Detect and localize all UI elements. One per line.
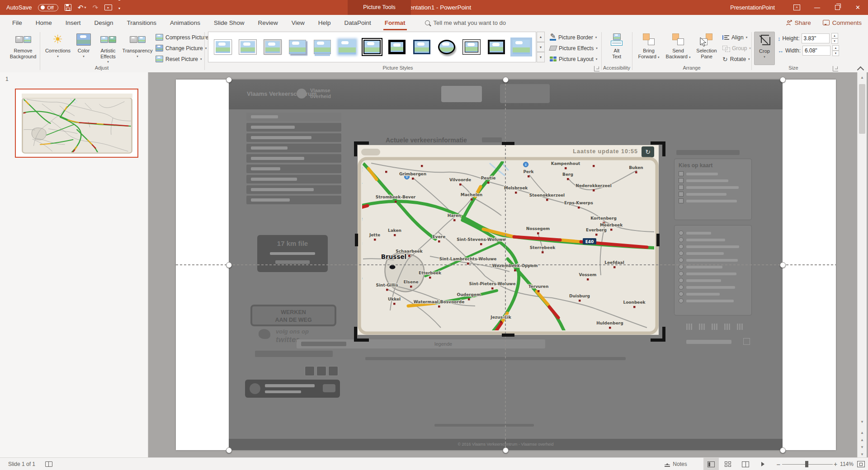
- gallery-more-button[interactable]: ▼: [537, 52, 545, 62]
- map-filter-checkbox-row[interactable]: [679, 185, 747, 190]
- compress-pictures-button[interactable]: Compress Pictures: [156, 33, 211, 42]
- scroll-up-button[interactable]: ▲: [859, 74, 866, 81]
- comments-button[interactable]: Comments: [823, 19, 862, 26]
- picture-style-reflected-rounded-rectangle[interactable]: [310, 33, 335, 61]
- radio-button[interactable]: [679, 285, 684, 290]
- radio-button[interactable]: [679, 298, 684, 303]
- resize-handle-bottom-center[interactable]: [503, 447, 509, 453]
- checkbox[interactable]: [679, 171, 684, 176]
- artistic-effects-button[interactable]: Artistic Effects ▾: [95, 32, 121, 64]
- accessibility-checker-icon[interactable]: [45, 461, 52, 467]
- tab-file[interactable]: File: [5, 15, 29, 30]
- align-button[interactable]: Align▾: [722, 33, 747, 42]
- crop-handle-top-right[interactable]: [651, 141, 665, 156]
- scroll-down-button[interactable]: ▼: [859, 418, 866, 426]
- tab-transitions[interactable]: Transitions: [120, 15, 164, 30]
- height-input[interactable]: [802, 33, 830, 43]
- resize-handle-top-center[interactable]: [503, 77, 509, 83]
- picture-border-button[interactable]: ✎Picture Border▾: [550, 33, 597, 42]
- tab-home[interactable]: Home: [29, 15, 59, 30]
- crop-handle-bottom-right[interactable]: [651, 327, 665, 342]
- share-button[interactable]: Share: [786, 19, 811, 26]
- picture-style-simple-frame-white[interactable]: [210, 33, 235, 61]
- resize-handle-middle-right[interactable]: [780, 262, 786, 268]
- region-radio-row[interactable]: [679, 244, 747, 249]
- region-radio-row[interactable]: [679, 285, 747, 290]
- picture-style-thick-frame-black[interactable]: [384, 33, 409, 61]
- close-button[interactable]: ✕: [848, 0, 868, 15]
- radio-button[interactable]: [679, 251, 684, 256]
- radio-button[interactable]: [679, 230, 684, 235]
- picture-style-drop-shadow-rectangle[interactable]: [285, 33, 310, 61]
- radio-button[interactable]: [679, 244, 684, 249]
- region-radio-row[interactable]: [679, 278, 747, 283]
- tab-help[interactable]: Help: [311, 15, 338, 30]
- zoom-out-button[interactable]: −: [774, 458, 783, 470]
- change-picture-button[interactable]: Change Picture▾: [156, 43, 207, 53]
- crop-region[interactable]: Laatste update 10:55 ↻ E40iiGrimbergenVi…: [358, 145, 659, 335]
- resize-handle-middle-left[interactable]: [226, 262, 232, 268]
- fit-to-window-button[interactable]: [855, 458, 866, 470]
- height-spinner[interactable]: ▲▼: [831, 33, 838, 44]
- zoom-level[interactable]: 114%: [838, 458, 855, 470]
- crop-button[interactable]: Crop ▾: [754, 32, 775, 65]
- tell-me-search[interactable]: Tell me what you want to do: [425, 15, 506, 30]
- normal-view-button[interactable]: [703, 458, 719, 470]
- map-filter-checkbox-row[interactable]: [679, 198, 747, 203]
- bring-forward-button[interactable]: Bring Forward ▾: [635, 32, 663, 64]
- vertical-scrollbar[interactable]: ▲ ▼ ▲▲ ▼▼: [857, 72, 867, 457]
- slideshow-button[interactable]: [755, 458, 770, 470]
- picture-style-beveled-matte-white[interactable]: [235, 33, 260, 61]
- slide-thumbnail[interactable]: [15, 89, 138, 158]
- zoom-slider-thumb[interactable]: [805, 461, 808, 467]
- restore-button[interactable]: [827, 0, 848, 15]
- picture-style-metal-oval[interactable]: [434, 33, 459, 61]
- resize-handle-top-left[interactable]: [226, 77, 232, 83]
- checkbox[interactable]: [679, 192, 684, 197]
- radio-button[interactable]: [679, 291, 684, 296]
- start-from-beginning-button[interactable]: ▸: [104, 5, 112, 10]
- picture-style-compound-frame-black[interactable]: [459, 33, 484, 61]
- crop-handle-top-left[interactable]: [354, 141, 369, 156]
- picture-styles-dialog-launcher[interactable]: [594, 66, 599, 71]
- tab-view[interactable]: View: [285, 15, 311, 30]
- picture-layout-button[interactable]: Picture Layout▾: [550, 54, 597, 64]
- save-button[interactable]: [65, 4, 71, 11]
- region-radio-row[interactable]: [679, 237, 747, 242]
- tab-datapoint[interactable]: DataPoint: [338, 15, 378, 30]
- horizontal-guide[interactable]: [176, 264, 836, 265]
- next-slide-button[interactable]: ▼▼: [859, 444, 866, 451]
- customize-qat-button[interactable]: ▾: [118, 0, 120, 16]
- region-radio-row[interactable]: [679, 251, 747, 256]
- selection-pane-button[interactable]: SelectionPane: [693, 32, 720, 64]
- picture-style-simple-frame-black[interactable]: [409, 33, 434, 61]
- group-button[interactable]: Group▾: [722, 43, 751, 53]
- tab-review[interactable]: Review: [251, 15, 284, 30]
- checkbox[interactable]: [679, 198, 684, 203]
- picture-style-moderate-frame-black[interactable]: [484, 33, 509, 61]
- width-spinner[interactable]: ▲▼: [832, 45, 839, 56]
- slide-sorter-button[interactable]: [721, 458, 736, 470]
- minimize-button[interactable]: —: [807, 0, 827, 15]
- region-radio-row[interactable]: [679, 258, 747, 263]
- redo-button[interactable]: ↷: [92, 0, 98, 15]
- checkbox[interactable]: [679, 178, 684, 183]
- rotate-button[interactable]: ↻Rotate▾: [722, 54, 750, 64]
- map-filter-checkbox-row[interactable]: [679, 192, 747, 197]
- gallery-down-button[interactable]: ▼: [537, 42, 545, 52]
- corrections-button[interactable]: ☀ Corrections ▾: [43, 32, 72, 64]
- tab-slide-show[interactable]: Slide Show: [207, 15, 251, 30]
- size-dialog-launcher[interactable]: [833, 66, 838, 71]
- alt-text-button[interactable]: AltText: [605, 32, 628, 64]
- resize-handle-top-right[interactable]: [780, 77, 786, 83]
- region-radio-row[interactable]: [679, 230, 747, 235]
- autosave-toggle[interactable]: Off: [38, 4, 58, 11]
- radio-button[interactable]: [679, 258, 684, 263]
- reading-view-button[interactable]: [738, 458, 753, 470]
- resize-handle-bottom-left[interactable]: [226, 447, 232, 453]
- region-radio-row[interactable]: [679, 298, 747, 303]
- picture-effects-button[interactable]: Picture Effects▾: [550, 43, 598, 53]
- tab-animations[interactable]: Animations: [163, 15, 207, 30]
- color-button[interactable]: Color ▾: [73, 32, 94, 64]
- transparency-button[interactable]: Transparency ▾: [122, 32, 153, 64]
